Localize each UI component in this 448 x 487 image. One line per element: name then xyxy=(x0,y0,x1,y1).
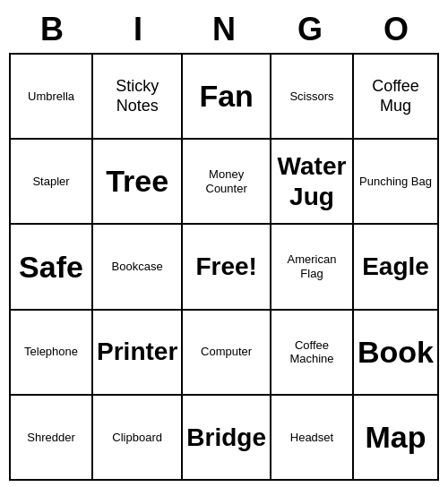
cell-text-r2-c1: Bookcase xyxy=(112,260,163,274)
cell-text-r3-c2: Computer xyxy=(201,345,252,359)
cell-text-r2-c4: Eagle xyxy=(362,252,429,282)
cell-r1-c3: Water Jug xyxy=(271,140,354,225)
cell-text-r1-c1: Tree xyxy=(106,163,168,200)
bingo-card: BINGO UmbrellaSticky NotesFanScissorsCof… xyxy=(9,6,439,481)
header-letter-n: N xyxy=(181,6,267,53)
cell-r0-c4: Coffee Mug xyxy=(354,55,439,140)
header-letter-o: O xyxy=(353,6,439,53)
cell-r3-c0: Telephone xyxy=(11,311,93,396)
cell-text-r3-c4: Book xyxy=(358,334,434,371)
header-letter-i: I xyxy=(95,6,181,53)
cell-r0-c1: Sticky Notes xyxy=(93,55,183,140)
cell-r4-c3: Headset xyxy=(271,396,354,481)
cell-text-r1-c4: Punching Bag xyxy=(359,175,432,189)
cell-text-r1-c2: Money Counter xyxy=(186,167,266,195)
cell-text-r4-c3: Headset xyxy=(290,431,333,445)
cell-r3-c2: Computer xyxy=(183,311,271,396)
header-letter-g: G xyxy=(267,6,353,53)
cell-r4-c2: Bridge xyxy=(183,396,271,481)
cell-text-r2-c0: Safe xyxy=(19,249,83,286)
cell-r1-c2: Money Counter xyxy=(183,140,271,225)
bingo-header: BINGO xyxy=(9,6,439,53)
cell-r4-c0: Shredder xyxy=(11,396,93,481)
cell-r2-c2: Free! xyxy=(183,225,271,310)
cell-r4-c1: Clipboard xyxy=(93,396,183,481)
bingo-grid: UmbrellaSticky NotesFanScissorsCoffee Mu… xyxy=(9,53,439,481)
cell-text-r3-c3: Coffee Machine xyxy=(275,338,349,366)
cell-r2-c0: Safe xyxy=(11,225,93,310)
header-letter-b: B xyxy=(9,6,95,53)
cell-text-r2-c3: American Flag xyxy=(275,252,349,280)
cell-text-r0-c3: Scissors xyxy=(289,90,333,104)
cell-r0-c3: Scissors xyxy=(271,55,354,140)
cell-r1-c0: Stapler xyxy=(11,140,93,225)
cell-text-r1-c0: Stapler xyxy=(32,175,69,189)
cell-r3-c4: Book xyxy=(354,311,439,396)
cell-r1-c4: Punching Bag xyxy=(354,140,439,225)
cell-r2-c4: Eagle xyxy=(354,225,439,310)
cell-text-r0-c4: Coffee Mug xyxy=(358,77,434,115)
cell-text-r4-c1: Clipboard xyxy=(112,431,162,445)
cell-r2-c3: American Flag xyxy=(271,225,354,310)
cell-text-r1-c3: Water Jug xyxy=(275,151,349,211)
cell-text-r3-c0: Telephone xyxy=(24,345,78,359)
cell-text-r2-c2: Free! xyxy=(195,252,256,282)
cell-r3-c1: Printer xyxy=(93,311,183,396)
cell-r0-c2: Fan xyxy=(183,55,271,140)
cell-r3-c3: Coffee Machine xyxy=(271,311,354,396)
cell-text-r0-c2: Fan xyxy=(199,78,253,115)
cell-r2-c1: Bookcase xyxy=(93,225,183,310)
cell-text-r4-c0: Shredder xyxy=(27,431,74,445)
cell-text-r0-c0: Umbrella xyxy=(28,90,74,104)
cell-text-r4-c4: Map xyxy=(366,419,426,456)
cell-r0-c0: Umbrella xyxy=(11,55,93,140)
cell-text-r0-c1: Sticky Notes xyxy=(97,77,177,115)
cell-r4-c4: Map xyxy=(354,396,439,481)
cell-r1-c1: Tree xyxy=(93,140,183,225)
cell-text-r4-c2: Bridge xyxy=(186,423,266,453)
cell-text-r3-c1: Printer xyxy=(97,337,177,367)
